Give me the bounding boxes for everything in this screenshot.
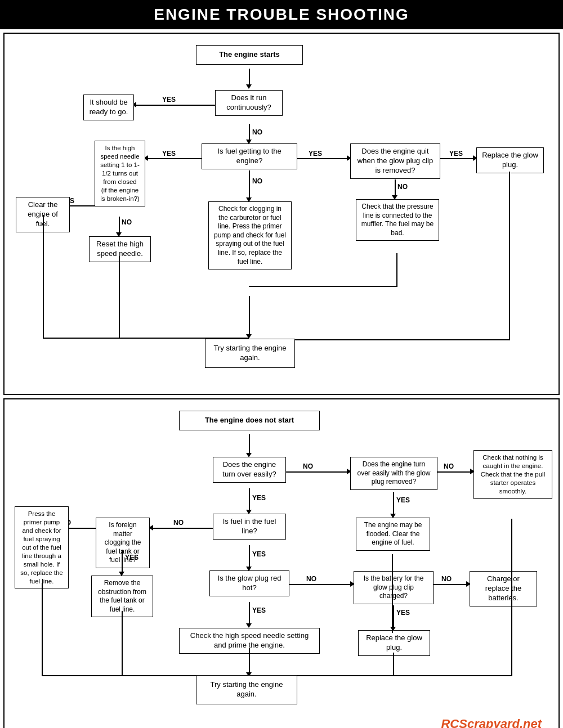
label-yes2: YES <box>309 150 322 158</box>
box-flooded: The engine may be flooded. Clear the eng… <box>356 518 430 551</box>
box-primer-pump: Press the primer pump and check for fuel… <box>15 506 69 588</box>
label-no6b: NO <box>441 575 452 583</box>
label-yes1: YES <box>162 96 176 104</box>
box-try-starting-top: Try starting the engine again. <box>205 339 295 368</box>
label-yes6b: YES <box>396 609 410 617</box>
q-turn-over-glow: Does the engine turn over easily with th… <box>350 457 437 490</box>
label-no3: NO <box>397 183 408 191</box>
label-yes1b: YES <box>252 494 266 502</box>
box-replace-glow: Replace the glow plug. <box>476 147 544 173</box>
label-no3b: NO <box>173 519 184 527</box>
box-high-speed-needle-q: Is the high speed needle setting 1 to 1-… <box>95 141 145 206</box>
start-box-bottom: The engine does not start <box>179 411 320 430</box>
box-pressure-line: Check that the pressure line is connecte… <box>356 199 439 241</box>
box-try-starting-bottom: Try starting the engine again. <box>196 675 297 704</box>
page-title: ENGINE TROUBLE SHOOTING <box>0 0 563 29</box>
box-reset-needle: Reset the high speed needle. <box>89 236 151 262</box>
q-fuel-line: Is fuel in the fuel line? <box>213 514 286 540</box>
box-replace-glow-b: Replace the glow plug. <box>358 630 430 656</box>
label-yes3: YES <box>449 150 463 158</box>
q-battery-charged: Is the battery for the glow plug clip ch… <box>354 571 434 604</box>
q-run-continuously: Does it run continuously? <box>215 90 283 116</box>
label-no4: NO <box>122 218 132 226</box>
label-yes4b: YES <box>125 554 138 561</box>
q-glow-red-hot: Is the glow plug red hot? <box>209 570 289 596</box>
q-fuel-getting: Is fuel getting to the engine? <box>202 143 297 169</box>
label-no2: NO <box>252 177 262 185</box>
q-foreign-matter: Is foreign matter clogging the fuel tank… <box>96 518 150 568</box>
box-ready: It should be ready to go. <box>83 95 134 120</box>
label-yes2b: YES <box>396 496 410 504</box>
box-clogging: Check for clogging in the carburetor or … <box>208 201 292 269</box>
label-yes5b: YES <box>252 606 266 614</box>
q-glow-plug-clip: Does the engine quit when the glow plug … <box>350 143 440 179</box>
label-no5b: NO <box>306 575 316 583</box>
label-yes4: YES <box>162 150 176 158</box>
label-yes3b: YES <box>252 550 266 558</box>
box-charge-batteries: Charge or replace the batteries. <box>470 571 537 606</box>
q-turn-over: Does the engine turn over easily? <box>213 457 286 483</box>
label-no2b: NO <box>444 462 454 470</box>
box-nothing-caught: Check that nothing is caught in the engi… <box>473 450 552 499</box>
label-no1: NO <box>252 128 262 136</box>
label-no1b: NO <box>303 462 313 470</box>
start-box-top: The engine starts <box>196 45 303 65</box>
watermark: RCScrapyard.net <box>441 717 542 728</box>
